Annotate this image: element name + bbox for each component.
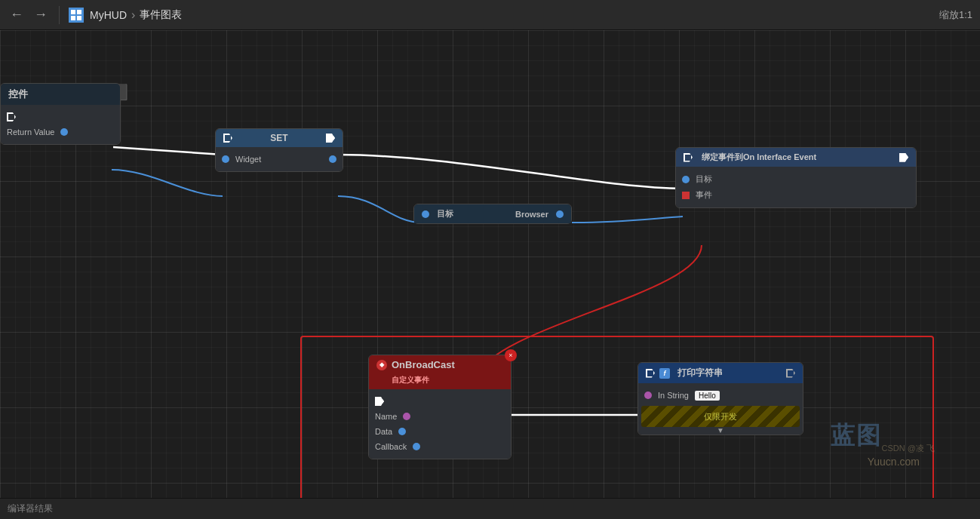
watermark-sub: Yuucn.com — [868, 456, 920, 468]
exec-out-pin[interactable] — [7, 112, 16, 121]
return-value-pin[interactable] — [60, 128, 68, 136]
broadcast-data-label: Data — [375, 427, 392, 436]
browser-out-pin[interactable] — [556, 210, 564, 218]
browser-target-pin[interactable] — [422, 210, 429, 218]
broadcast-node-title: OnBroadCast — [392, 359, 455, 370]
print-in-string-row: In String Hello — [638, 388, 803, 403]
control-node-body: Return Value — [1, 105, 120, 144]
browser-target-label: 目标 — [437, 208, 453, 220]
bottom-bar: 编译器结果 — [0, 498, 980, 519]
bind-event-row: 事件 — [676, 187, 916, 203]
browser-value-label: Browser — [515, 210, 548, 219]
print-node-body: In String Hello 仅限开发 ▼ — [638, 383, 803, 435]
broadcast-data-pin[interactable] — [398, 428, 406, 435]
print-exec-in[interactable] — [646, 369, 655, 378]
control-node-title: 控件 — [8, 88, 28, 101]
bind-node-body: 目标 事件 — [676, 167, 916, 207]
print-node-title: 打印字符串 — [677, 367, 723, 379]
compiler-results-label[interactable]: 编译器结果 — [8, 502, 53, 515]
warning-chevron: ▼ — [717, 426, 724, 435]
widget-in-pin[interactable] — [222, 155, 229, 163]
print-in-string-label: In String — [658, 391, 689, 400]
print-func-icon: f — [659, 368, 670, 379]
set-node-body: Widget — [216, 147, 343, 171]
breadcrumb-event-graph[interactable]: 事件图表 — [140, 8, 182, 22]
print-exec-out[interactable] — [786, 369, 795, 378]
bind-event-label: 事件 — [696, 189, 712, 201]
print-node-header: f 打印字符串 — [638, 363, 803, 383]
bind-node-header: 绑定事件到On Interface Event — [676, 148, 916, 167]
toolbar: ← → MyHUD › 事件图表 缩放1:1 — [0, 0, 980, 30]
print-warning-label: 仅限开发 — [704, 411, 737, 422]
set-node-title: SET — [237, 133, 321, 143]
broadcast-event-icon: ◆ — [376, 360, 387, 370]
set-exec-in[interactable] — [223, 134, 232, 143]
control-node[interactable]: 控件 Return Value — [0, 83, 121, 145]
broadcast-exec-row — [369, 394, 511, 409]
app-logo — [69, 8, 84, 23]
print-node[interactable]: f 打印字符串 In String Hello 仅限开发 ▼ — [637, 362, 803, 435]
widget-label: Widget — [235, 155, 261, 164]
bind-target-label: 目标 — [696, 174, 712, 185]
forward-button[interactable]: → — [32, 6, 50, 24]
breadcrumb: MyHUD › 事件图表 — [90, 8, 182, 22]
browser-node[interactable]: 目标 Browser — [413, 204, 572, 224]
broadcast-node-body: Name Data Callback — [369, 389, 511, 459]
set-exec-out[interactable] — [326, 134, 335, 143]
zoom-label: 缩放1:1 — [939, 8, 972, 22]
print-warning-stripe: 仅限开发 ▼ — [641, 406, 800, 427]
bind-exec-out[interactable] — [899, 153, 908, 162]
broadcast-callback-pin[interactable] — [413, 443, 420, 450]
bind-target-pin[interactable] — [682, 176, 690, 183]
broadcast-node[interactable]: × ◆ OnBroadCast 自定义事件 Name Data Callback — [368, 355, 512, 459]
bind-node-title: 绑定事件到On Interface Event — [702, 152, 895, 163]
set-node[interactable]: SET Widget — [215, 128, 343, 172]
broadcast-data-row: Data — [369, 424, 511, 439]
broadcast-name-row: Name — [369, 409, 511, 424]
exec-row — [1, 109, 120, 124]
broadcast-exec-out[interactable] — [375, 397, 384, 406]
widget-out-pin[interactable] — [329, 155, 336, 163]
broadcast-node-subtitle: 自定义事件 — [392, 375, 429, 385]
print-hello-value[interactable]: Hello — [695, 391, 720, 401]
return-value-label: Return Value — [7, 127, 54, 137]
broadcast-name-label: Name — [375, 412, 397, 421]
print-in-string-pin[interactable] — [644, 392, 652, 399]
blueprint-canvas[interactable]: ⬛ 控件 Return Value SET Widget — [0, 30, 980, 498]
set-node-header: SET — [216, 129, 343, 147]
broadcast-callback-row: Callback — [369, 439, 511, 454]
bind-target-row: 目标 — [676, 171, 916, 187]
back-button[interactable]: ← — [8, 6, 26, 24]
broadcast-name-pin[interactable] — [403, 413, 410, 420]
broadcast-callback-label: Callback — [375, 442, 407, 451]
broadcast-close-button[interactable]: × — [505, 349, 517, 361]
broadcast-node-header: ◆ OnBroadCast 自定义事件 — [369, 355, 511, 389]
return-value-row: Return Value — [1, 124, 120, 140]
control-node-header: 控件 — [1, 84, 120, 105]
bind-exec-in[interactable] — [684, 153, 693, 162]
breadcrumb-separator: › — [131, 8, 135, 22]
watermark-main: 蓝图 — [831, 419, 882, 453]
bind-event-node[interactable]: 绑定事件到On Interface Event 目标 事件 — [675, 147, 917, 208]
browser-node-header: 目标 Browser — [414, 204, 571, 223]
bind-event-pin[interactable] — [682, 192, 690, 199]
widget-row: Widget — [216, 152, 343, 167]
watermark-sub2: CSDN @凌 飞 — [882, 443, 935, 454]
toolbar-separator — [59, 6, 60, 24]
breadcrumb-myhud[interactable]: MyHUD — [90, 9, 127, 21]
